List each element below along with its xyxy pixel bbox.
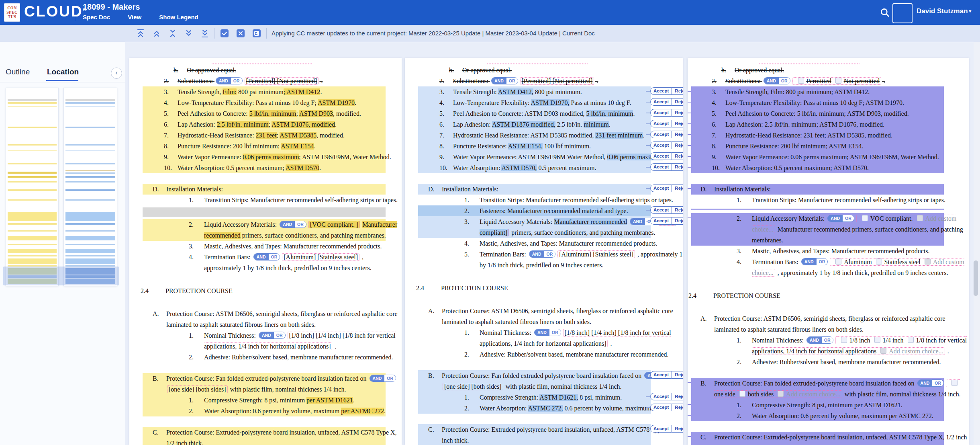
accept-button[interactable]: Accept: [650, 98, 672, 106]
choice-checkbox[interactable]: [862, 215, 868, 221]
spec-row[interactable]: 1.Nominal Thickness: ANDOR1/8 inch1/4 in…: [688, 335, 969, 357]
reject-button[interactable]: Reject: [672, 131, 683, 138]
spec-row[interactable]: C.Protection Course: Extruded-polystyren…: [688, 432, 969, 445]
scrollbar-thumb[interactable]: [974, 260, 978, 296]
user-name[interactable]: David Stutzman: [917, 7, 968, 15]
choice-checkbox[interactable]: [917, 215, 923, 221]
spec-row[interactable]: B.Protection Course: Fan folded extruded…: [405, 370, 683, 392]
spec-row[interactable]: C.Protection Course: Extruded-polystyren…: [129, 427, 402, 445]
choice-checkbox[interactable]: [798, 78, 804, 84]
minimap-current-doc[interactable]: [63, 88, 117, 286]
spec-row[interactable]: h.Or approved equal.: [688, 65, 969, 76]
choice-label[interactable]: both sides: [748, 391, 774, 398]
spec-row[interactable]: 2.Substitutions: ANDOR[Permitted] [Not p…: [129, 76, 402, 86]
choice-label[interactable]: Stainless steel: [884, 258, 921, 265]
accept-button[interactable]: Accept: [650, 206, 672, 214]
spec-row[interactable]: B.Protection Course: Fan folded extruded…: [129, 373, 402, 395]
accept-button[interactable]: Accept: [650, 425, 672, 433]
or-option[interactable]: OR: [295, 221, 306, 228]
reject-all-icon[interactable]: [236, 29, 245, 38]
accept-button[interactable]: Accept: [650, 120, 672, 127]
choice-checkbox[interactable]: [908, 337, 914, 343]
and-or-toggle[interactable]: ANDOR: [917, 379, 944, 387]
apply-to-doc-icon[interactable]: [252, 29, 261, 38]
or-option[interactable]: OR: [231, 78, 242, 84]
choice-checkbox[interactable]: [841, 337, 847, 343]
and-option[interactable]: AND: [828, 215, 843, 221]
spec-row[interactable]: 9.Water Vapor Permeance: 0.06 perms maxi…: [129, 152, 402, 162]
or-option[interactable]: OR: [506, 78, 518, 84]
and-option[interactable]: AND: [630, 218, 645, 225]
reject-button[interactable]: Reject: [672, 393, 683, 400]
and-or-toggle[interactable]: ANDOR: [253, 253, 280, 260]
spec-row[interactable]: 2.4PROTECTION COURSE: [405, 283, 683, 293]
go-previous-change-icon[interactable]: [152, 29, 161, 38]
reject-button[interactable]: Reject: [672, 87, 683, 95]
and-option[interactable]: AND: [807, 337, 822, 343]
accept-button[interactable]: Accept: [650, 109, 672, 117]
reject-button[interactable]: Reject: [672, 404, 683, 411]
spec-row[interactable]: D.Installation Materials:AcceptReject: [405, 184, 683, 195]
reject-button[interactable]: Reject: [672, 371, 683, 379]
accept-button[interactable]: Accept: [650, 217, 672, 225]
choice-label[interactable]: Permitted: [806, 78, 831, 84]
choice-label[interactable]: one side: [714, 391, 735, 398]
and-or-toggle[interactable]: ANDOR: [529, 250, 556, 258]
spec-row[interactable]: 8.Puncture Resistance: 200 lbf minimum; …: [688, 141, 969, 152]
spec-row[interactable]: 2.Water Absorption: 0.6 percent by volum…: [688, 410, 969, 421]
and-or-toggle[interactable]: ANDOR: [827, 215, 854, 222]
spec-row[interactable]: 1.Compressive Strength: 8 psi, minimum p…: [129, 395, 402, 406]
or-option[interactable]: OR: [274, 332, 285, 338]
and-option[interactable]: AND: [529, 251, 544, 257]
choice-group[interactable]: [Aluminum] [Stainless steel]: [557, 250, 635, 258]
and-option[interactable]: AND: [802, 258, 817, 265]
spec-row[interactable]: 8.Puncture Resistance: 200 lbf minimum; …: [129, 141, 402, 152]
or-option[interactable]: OR: [843, 215, 854, 221]
spec-row[interactable]: 1.Compressive Strength: ASTM D1621, 8 ps…: [405, 392, 683, 403]
spec-row[interactable]: 10.Water Absorption: 0.5 percent maximum…: [129, 162, 402, 173]
menu-show-legend[interactable]: Show Legend: [159, 14, 198, 21]
and-option[interactable]: AND: [764, 78, 779, 84]
scrollbar-track[interactable]: [974, 42, 980, 445]
choice-label[interactable]: 1/4 inch: [883, 337, 904, 344]
spec-row[interactable]: 10.Water Absorption: ASTM D570, 0.5 perc…: [405, 162, 683, 173]
choice-label[interactable]: Not permitted: [844, 78, 880, 84]
choice-label[interactable]: 1/8 inch: [849, 337, 870, 344]
choice-checkbox[interactable]: [835, 258, 841, 265]
spec-row[interactable]: 1.Transition Strips: Manufacturer recomm…: [688, 195, 969, 205]
tab-outline[interactable]: Outline: [6, 68, 30, 76]
and-option[interactable]: AND: [492, 78, 506, 84]
spec-row[interactable]: 2.Water Absorption: ASTMC 272, 0.6 perce…: [405, 403, 683, 414]
spec-row[interactable]: 9.Water Vapor Permeance: ASTM E96/E96M W…: [405, 152, 683, 162]
spec-row[interactable]: 7.Hydrostatic-Head Resistance: 231 feet;…: [129, 130, 402, 141]
or-option[interactable]: OR: [549, 329, 561, 336]
spec-row[interactable]: 10.Water Absorption: 0.5 percent maximum…: [688, 162, 969, 173]
choice-checkbox[interactable]: [876, 258, 882, 265]
reject-button[interactable]: Reject: [672, 98, 683, 106]
choice-checkbox[interactable]: [925, 258, 931, 265]
choice-checkbox[interactable]: [880, 348, 886, 354]
or-option[interactable]: OR: [822, 337, 833, 343]
spec-row[interactable]: A.Protection Course: ASTM D6506, semirig…: [688, 313, 969, 335]
spec-row[interactable]: 6.Lap Adhesion: 2.5 lbf/in. minimum; AST…: [688, 119, 969, 130]
spec-row[interactable]: 1.Compressive Strength: 8 psi, minimum p…: [688, 400, 969, 410]
spec-row[interactable]: 2.Liquid Accessory Materials: ANDOR[VOC …: [129, 219, 402, 241]
conspectus-logo[interactable]: CONSPECTUS: [4, 3, 20, 22]
accept-button[interactable]: Accept: [650, 404, 672, 411]
accept-button[interactable]: Accept: [650, 163, 672, 171]
spec-row[interactable]: 8.Puncture Resistance: ASTM E154, 100 lb…: [405, 141, 683, 152]
reject-button[interactable]: Reject: [672, 185, 683, 192]
spec-row[interactable]: 4.Low-Temperature Flexibility: Pass at m…: [688, 97, 969, 108]
and-option[interactable]: AND: [280, 221, 295, 228]
and-option[interactable]: AND: [370, 375, 385, 381]
tab-location[interactable]: Location: [47, 68, 79, 76]
spec-row[interactable]: 4.Mastic, Adhesives, and Tapes: Manufact…: [405, 238, 683, 249]
and-option[interactable]: AND: [254, 254, 269, 260]
or-option[interactable]: OR: [384, 375, 396, 381]
and-or-toggle[interactable]: ANDOR: [491, 77, 518, 84]
and-or-toggle[interactable]: ANDOR: [764, 77, 790, 84]
spec-row[interactable]: 3.Liquid Accessory Materials: Manufactur…: [405, 216, 683, 238]
spec-row[interactable]: 5.Termination Bars: ANDOR[Aluminum] [Sta…: [405, 249, 683, 271]
spec-row[interactable]: 2.Substitutions: ANDOR[Permitted] [Not p…: [405, 76, 683, 86]
accept-button[interactable]: Accept: [650, 152, 672, 160]
